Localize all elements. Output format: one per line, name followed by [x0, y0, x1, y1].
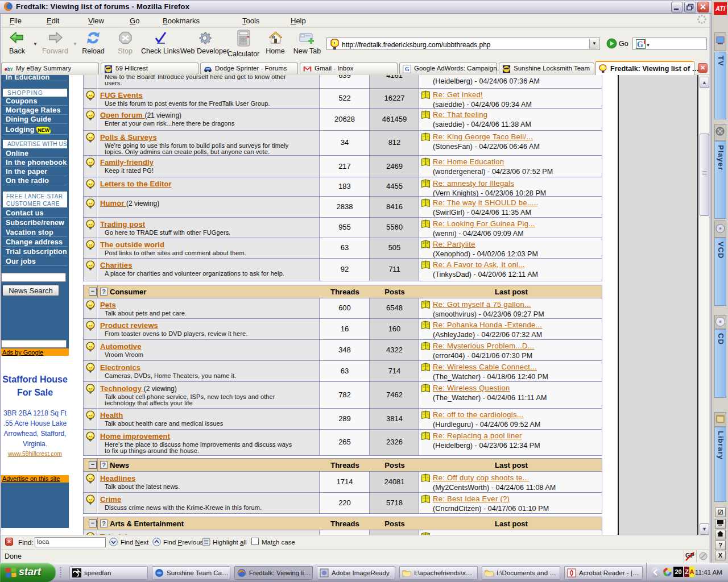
svg-text:Y: Y: [10, 66, 13, 72]
svg-text:G: G: [637, 40, 643, 49]
svg-text:G: G: [405, 66, 410, 72]
